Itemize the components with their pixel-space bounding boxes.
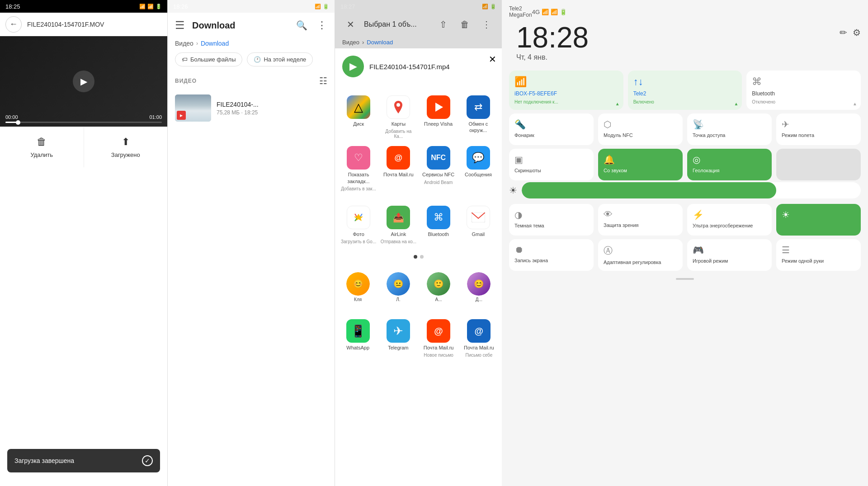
svg-point-0	[396, 103, 400, 107]
tile-geo[interactable]: ◎ Геолокация	[687, 149, 772, 180]
nfc-tile-icon: ⬡	[604, 119, 677, 130]
tile-flashlight[interactable]: 🔦 Фонарик	[509, 113, 594, 145]
tile-eye[interactable]: 👁 Защита зрения	[598, 204, 683, 236]
tile-record[interactable]: ⏺ Запись экрана	[509, 239, 594, 271]
dark-theme-icon: ◑	[514, 209, 588, 220]
tile-nfc[interactable]: ⬡ Модуль NFC	[598, 113, 683, 145]
tile-mobile[interactable]: ↑↓ Tele2 Включено ▲	[628, 71, 742, 110]
contact-3[interactable]: 🙂 А...	[420, 269, 458, 305]
share-panel: 18:27 📶 🔋 ✕ Выбран 1 объ... ⇧ 🗑 ⋮ Видео …	[335, 0, 502, 486]
app-mailru-new[interactable]: @ Почта Mail.ru Новое письмо	[420, 316, 458, 361]
app-maps[interactable]: Карты Добавить на Ка...	[378, 92, 418, 142]
contacts-row: 😊 Кля 😐 Л. 🙂 А...	[339, 269, 498, 305]
record-icon: ⏺	[514, 245, 588, 255]
grid-view-icon[interactable]: ☷	[319, 75, 327, 86]
app-bluetooth[interactable]: ⌘ Bluetooth	[419, 202, 458, 248]
tile-sound[interactable]: 🔔 Со звуком	[598, 149, 683, 180]
tile-screenshot[interactable]: ▣ Скриншоты	[509, 149, 594, 180]
uploaded-button[interactable]: ⬆ Загружено	[84, 127, 168, 167]
delete-button[interactable]: 🗑 Удалить	[0, 127, 84, 167]
bluetooth-label: Bluetooth	[428, 231, 448, 237]
app-mailru-self[interactable]: @ Почта Mail.ru Письмо себе	[460, 316, 498, 361]
tile-airplane[interactable]: ✈ Режим полета	[776, 113, 861, 145]
app-messages[interactable]: 💬 Сообщения	[458, 142, 498, 195]
game-icon: 🎮	[693, 245, 766, 255]
maps-sub: Добавить на Ка...	[380, 129, 416, 139]
settings-icon[interactable]: ⚙	[853, 27, 861, 38]
apps-grid-2: Фото Загрузить в Go... 📤 AirLink Отправк…	[335, 202, 502, 251]
large-files-filter[interactable]: 🏷 Большие файлы	[175, 52, 242, 66]
sound-label: Со звуком	[604, 168, 677, 173]
tile-brightness-btn[interactable]: ☀	[776, 204, 861, 236]
status-icons-1: 📶 📶 🔋	[139, 4, 162, 9]
app-mailru-1[interactable]: @ Почта Mail.ru	[378, 142, 418, 195]
time-2: 18:26	[173, 3, 188, 10]
brightness-control[interactable]: ☀	[509, 182, 861, 198]
mobile-tile-label: Tele2	[633, 90, 737, 97]
contact-2[interactable]: 😐 Л.	[379, 269, 417, 305]
tile-game[interactable]: 🎮 Игровой режим	[687, 239, 772, 271]
tile-bluetooth[interactable]: ⌘ Bluetooth Отключено ▲	[746, 71, 861, 110]
toast-text: Загрузка завершена	[14, 457, 74, 464]
contact-4[interactable]: 😊 Д...	[460, 269, 498, 305]
nfc-label: Сервисы NFC	[422, 171, 454, 178]
tile-dark[interactable]: ◑ Темная тема	[509, 204, 594, 236]
tile-adaptive[interactable]: Ⓐ Адаптивная регулировка	[598, 239, 683, 271]
power-icon: ⚡	[693, 209, 766, 220]
carrier2: MegaFon	[509, 12, 532, 18]
search-button[interactable]: 🔍	[293, 17, 310, 33]
back-button[interactable]: ←	[5, 16, 22, 33]
app-whatsapp[interactable]: 📱 WhatsApp	[339, 316, 377, 361]
mailru-label-1: Почта Mail.ru	[383, 171, 414, 178]
contact-name-3: А...	[435, 297, 442, 302]
qs-tiles-row4: ◑ Темная тема 👁 Защита зрения ⚡ Ультра э…	[502, 202, 868, 237]
hamburger-menu[interactable]: ☰	[175, 19, 185, 32]
app-airlink[interactable]: 📤 AirLink Отправка на ко...	[378, 202, 418, 248]
app-gmail[interactable]: Gmail	[458, 202, 498, 248]
app-photos[interactable]: Фото Загрузить в Go...	[339, 202, 378, 248]
svg-marker-1	[435, 103, 443, 112]
bookmarks-icon: ♡	[347, 146, 370, 170]
file-item[interactable]: ▶ FILE240104-... 75,28 МБ · 18:25	[168, 90, 335, 126]
app-telegram[interactable]: ✈ Telegram	[379, 316, 417, 361]
contact-1[interactable]: 😊 Кля	[339, 269, 377, 305]
wifi-expand-icon[interactable]: ▲	[615, 101, 620, 106]
tile-brightness-area	[776, 149, 861, 180]
bt-expand-icon[interactable]: ▲	[853, 101, 857, 106]
fm-header: ☰ Download 🔍 ⋮	[168, 13, 335, 38]
mobile-expand-icon[interactable]: ▲	[734, 101, 738, 106]
nfc-icon: NFC	[427, 146, 450, 170]
tile-wifi[interactable]: 📶 iBOX-F5-8EFE6F Нет подключения к... ▲	[509, 71, 623, 110]
more-options-button[interactable]: ⋮	[317, 19, 327, 31]
edit-icon[interactable]: ✏	[840, 27, 847, 38]
tile-power[interactable]: ⚡ Ультра энергосбережение	[687, 204, 772, 236]
app-drive[interactable]: △ Диск	[339, 92, 378, 142]
progress-bar[interactable]	[5, 122, 162, 123]
app-nfc[interactable]: NFC Сервисы NFC Android Beam	[419, 142, 458, 195]
eye-icon: 👁	[604, 209, 677, 220]
app-exchange[interactable]: ⇄ Обмен с окруж...	[458, 92, 498, 142]
video-title: FILE240104-154701F.MOV	[27, 21, 104, 28]
app-bookmarks[interactable]: ♡ Показать закладк... Добавить в зак...	[339, 142, 378, 195]
airlink-sub: Отправка на ко...	[381, 239, 416, 244]
brightness-slider[interactable]	[522, 182, 861, 198]
messages-icon: 💬	[467, 146, 490, 170]
mailru-icon-1: @	[387, 146, 410, 170]
file-thumbnail: ▶	[175, 94, 211, 122]
qs-date: Чт, 4 янв.	[509, 53, 596, 67]
airplane-label: Режим полета	[782, 132, 855, 138]
screenshot-icon: ▣	[514, 154, 588, 165]
wifi-tile-sub: Нет подключения к...	[514, 99, 618, 104]
video-actions: 🗑 Удалить ⬆ Загружено	[0, 127, 167, 167]
close-share-button[interactable]: ✕	[489, 54, 496, 65]
play-button[interactable]: ▶	[73, 71, 94, 92]
this-week-filter[interactable]: 🕐 На этой неделе	[247, 52, 313, 66]
delete-label: Удалить	[30, 151, 53, 158]
wifi-tile-icon: 📶	[514, 76, 618, 88]
qs-tiles-row3: ▣ Скриншоты 🔔 Со звуком ◎ Геолокация	[502, 147, 868, 182]
trash-icon: 🗑	[37, 136, 47, 148]
tile-onehand[interactable]: ☰ Режим одной руки	[776, 239, 861, 271]
photos-icon	[347, 206, 370, 229]
app-visha[interactable]: Плеер Visha	[419, 92, 458, 142]
tile-hotspot[interactable]: 📡 Точка доступа	[687, 113, 772, 145]
